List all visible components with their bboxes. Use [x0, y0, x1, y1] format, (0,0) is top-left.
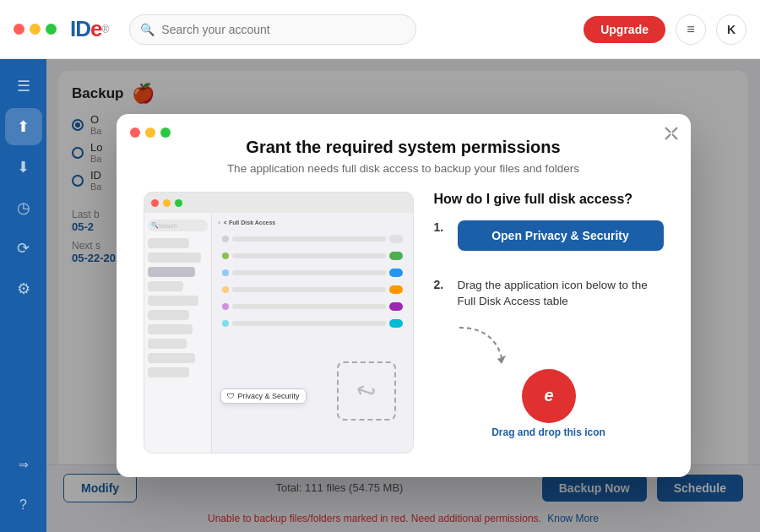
modal-minimize-button[interactable] — [145, 128, 155, 138]
step-1: 1. Open Privacy & Security — [434, 220, 664, 264]
modal-overlay: Grant the required system permissions Th… — [46, 59, 760, 532]
privacy-security-label: 🛡 Privacy & Security — [220, 388, 307, 404]
sidebar-item-menu[interactable]: ☰ — [5, 68, 42, 105]
drag-arrow-icon: ↩ — [352, 375, 380, 408]
sidebar-item-help[interactable]: ? — [5, 486, 42, 524]
illus-titlebar — [144, 193, 413, 213]
sidebar-item-activity[interactable]: ◷ — [5, 189, 42, 226]
svg-line-0 — [665, 128, 670, 133]
idrive-logo-icon[interactable]: e — [522, 369, 576, 423]
download-icon: ⬇ — [17, 158, 30, 176]
gear-icon: ⚙ — [17, 280, 30, 298]
dashed-arrow — [451, 323, 518, 366]
modal-close-button[interactable] — [130, 128, 140, 138]
logo: IDe ® — [70, 16, 109, 42]
modal-traffic-lights — [130, 128, 171, 138]
svg-line-1 — [672, 134, 677, 139]
modal-title: Grant the required system permissions — [144, 138, 664, 157]
modal-collapse-button[interactable] — [664, 126, 679, 144]
step-2: 2. Drag the application icon below to th… — [434, 278, 664, 310]
upgrade-button[interactable]: Upgrade — [584, 16, 665, 43]
maximize-button[interactable] — [46, 24, 57, 35]
sidebar-item-backup[interactable]: ⬆ — [5, 108, 42, 145]
illus-content: 🔍 Search — [144, 213, 413, 453]
logo-e-letter: e — [90, 16, 101, 41]
header-right: Upgrade ≡ K — [584, 14, 746, 45]
traffic-lights — [14, 24, 57, 35]
sidebar-item-restore[interactable]: ⬇ — [5, 149, 42, 186]
drag-drop-label: Drag and drop this icon — [491, 426, 605, 438]
modal-instructions: How do I give full disk access? 1. Open … — [434, 192, 664, 438]
modal-body: 🔍 Search — [144, 192, 664, 453]
svg-line-3 — [665, 134, 670, 139]
step-2-number: 2. — [434, 278, 449, 291]
logo-registered: ® — [101, 24, 109, 35]
sidebar-bottom: ⇒ ? — [5, 446, 42, 524]
modal-maximize-button[interactable] — [160, 128, 171, 138]
search-icon: 🔍 — [140, 23, 155, 36]
idrive-icon-area: e Drag and drop this icon — [434, 323, 664, 438]
sidebar: ☰ ⬆ ⬇ ◷ ⟳ ⚙ ⇒ ? — [0, 59, 46, 532]
instructions-title: How do I give full disk access? — [434, 192, 664, 207]
search-bar[interactable]: 🔍 — [129, 14, 416, 45]
minimize-button[interactable] — [30, 24, 41, 35]
sync-icon: ⟳ — [17, 239, 30, 258]
notifications-button[interactable]: ≡ — [676, 14, 706, 45]
svg-line-2 — [672, 128, 677, 133]
illus-sidebar: 🔍 Search — [144, 213, 212, 453]
step-1-number: 1. — [434, 220, 449, 234]
step-2-text: Drag the application icon below to the F… — [458, 278, 664, 310]
illus-search: 🔍 Search — [148, 220, 208, 231]
close-button[interactable] — [14, 24, 24, 35]
clock-icon: ◷ — [17, 198, 30, 217]
modal-subtitle: The application needs full disk access t… — [144, 162, 664, 175]
illus-main: ‹ < Full Disk Access — [212, 213, 413, 453]
upload-icon: ⬆ — [17, 117, 30, 136]
search-input[interactable] — [161, 23, 405, 36]
sidebar-item-share[interactable]: ⇒ — [5, 446, 42, 483]
open-privacy-security-button[interactable]: Open Privacy & Security — [458, 220, 664, 251]
sidebar-item-sync[interactable]: ⟳ — [5, 230, 42, 267]
modal-illustration: 🔍 Search — [144, 192, 414, 453]
illus-drag-area: ↩ — [337, 361, 396, 421]
share-icon: ⇒ — [19, 458, 29, 471]
help-icon: ? — [19, 497, 27, 513]
permissions-modal: Grant the required system permissions Th… — [117, 114, 691, 477]
sidebar-item-settings[interactable]: ⚙ — [5, 270, 42, 307]
menu-icon: ☰ — [17, 77, 30, 95]
main-area: Backup 🍎 O Ba Lo Ba — [46, 59, 760, 532]
title-bar: IDe ® 🔍 Upgrade ≡ K — [0, 0, 760, 59]
avatar-button[interactable]: K — [716, 14, 746, 45]
menu-icon: ≡ — [687, 22, 694, 37]
app-body: ☰ ⬆ ⬇ ◷ ⟳ ⚙ ⇒ ? — [0, 59, 760, 532]
